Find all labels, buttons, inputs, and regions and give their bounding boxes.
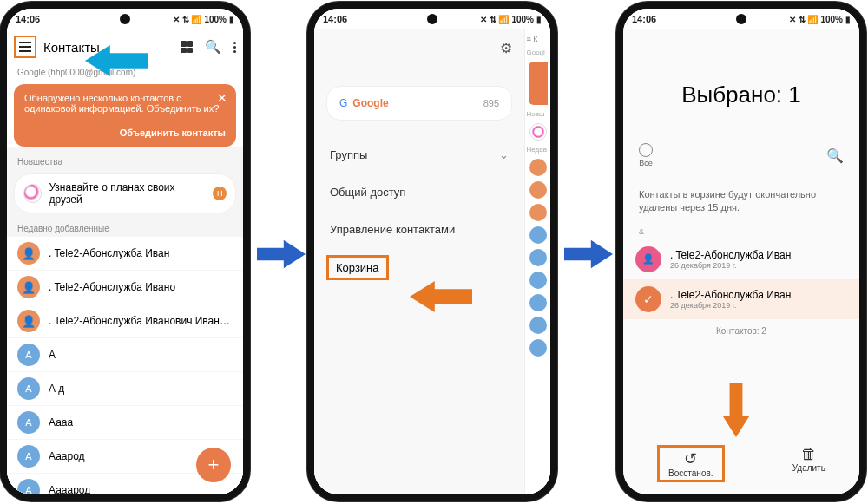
trash-info-text: Контакты в корзине будут окончательно уд… — [623, 173, 859, 227]
google-count: 895 — [483, 98, 499, 108]
nav-drawer: ⚙ G Google 895 Группы ⌄ Общий доступ Упр… — [314, 29, 524, 494]
status-time: 14:06 — [632, 14, 656, 24]
contact-name: А д — [49, 383, 64, 395]
contact-avatar: 👤 — [17, 310, 40, 332]
status-time: 14:06 — [16, 14, 40, 24]
contact-avatar: A — [17, 479, 40, 494]
contacts-screen: Контакты 🔍 Google (hhp0000@gmail.com) Об… — [7, 29, 243, 494]
contact-row[interactable]: 👤. Tele2-Абонслужба Ивано — [7, 271, 243, 304]
account-card[interactable]: G Google 895 — [326, 86, 512, 121]
google-logo-icon: G — [339, 97, 347, 109]
trash-row[interactable]: ✓. Tele2-Абонслужба Иван26 декабря 2019 … — [623, 279, 859, 319]
drawer-item-share[interactable]: Общий доступ — [314, 173, 524, 211]
contact-name: Ааарод — [49, 450, 85, 462]
contact-row[interactable]: AA — [7, 338, 243, 372]
close-icon[interactable]: ✕ — [217, 91, 227, 105]
tutorial-arrow-restore — [717, 383, 755, 437]
news-card[interactable]: Узнавайте о планах своих друзей Н — [14, 173, 236, 213]
nav-arrow-2-3 — [564, 236, 613, 272]
contact-avatar: A — [17, 445, 40, 468]
trash-contact-date: 26 декабря 2019 г. — [670, 301, 791, 310]
google-label: Google — [352, 97, 388, 109]
chevron-down-icon: ⌄ — [499, 148, 509, 161]
search-icon[interactable]: 🔍 — [826, 147, 844, 164]
select-all-label: Все — [639, 159, 653, 167]
section-news-label: Новшества — [7, 150, 243, 170]
select-all-radio[interactable] — [639, 143, 653, 157]
tutorial-arrow-trash — [410, 278, 472, 316]
nav-arrow-1-2 — [257, 236, 306, 272]
camera-notch — [120, 14, 130, 24]
status-icons: ✕ ⇅ 📶 100% ▮ — [789, 15, 851, 24]
trash-contact-name: . Tele2-Абонслужба Иван — [670, 249, 791, 261]
merge-action-button[interactable]: Объединить контакты — [24, 128, 226, 138]
svg-marker-3 — [564, 240, 613, 268]
trash-icon: 🗑 — [792, 445, 825, 463]
section-recent-label: Недавно добавленные — [7, 217, 243, 237]
peek-merge-card — [529, 62, 548, 105]
contact-avatar: 👤 — [17, 276, 40, 298]
tutorial-arrow-hamburger — [85, 42, 148, 80]
camera-notch — [736, 14, 746, 24]
news-badge: Н — [213, 187, 227, 200]
trash-contact-date: 26 декабря 2019 г. — [670, 261, 791, 270]
restore-icon: ↺ — [668, 449, 713, 468]
settings-icon[interactable]: ⚙ — [314, 36, 524, 60]
contact-count: Контактов: 2 — [623, 319, 859, 343]
contact-row[interactable]: 👤. Tele2-Абонслужба Иван — [7, 237, 243, 271]
trash-contact-name: . Tele2-Абонслужба Иван — [670, 289, 791, 301]
svg-marker-2 — [410, 281, 472, 312]
contact-avatar: 👤 — [635, 246, 661, 272]
contact-row[interactable]: 👤. Tele2-Абонслужба Иванович Иванов К… — [7, 304, 243, 338]
drawer-item-manage[interactable]: Управление контактами — [314, 211, 524, 248]
selection-title: Выбрано: 1 — [623, 29, 859, 143]
merge-text: Обнаружено несколько контактов с одинако… — [24, 93, 219, 114]
status-time: 14:06 — [323, 14, 347, 24]
contact-avatar: A — [17, 344, 40, 366]
qr-icon[interactable] — [181, 41, 193, 53]
phone-trash: 14:06 ✕ ⇅ 📶 100% ▮ Выбрано: 1 Все 🔍 Конт… — [616, 2, 866, 501]
contact-name: . Tele2-Абонслужба Ивано — [49, 281, 175, 293]
news-text: Узнавайте о планах своих друзей — [49, 181, 206, 206]
restore-button[interactable]: ↺ Восстанов. — [657, 445, 724, 482]
contact-name: . Tele2-Абонслужба Иванович Иванов К… — [49, 315, 233, 327]
contact-avatar: A — [17, 411, 40, 434]
svg-marker-1 — [257, 240, 306, 268]
drawer-screen: ≡ К Googl Новш Недав ⚙ — [314, 29, 550, 494]
more-icon[interactable] — [233, 42, 236, 53]
letter-separator: & — [623, 227, 859, 239]
status-icons: ✕ ⇅ 📶 100% ▮ — [480, 15, 542, 24]
contact-name: Аааа — [49, 416, 73, 429]
trash-list: 👤. Tele2-Абонслужба Иван26 декабря 2019 … — [623, 239, 859, 319]
background-peek: ≡ К Googl Новш Недав — [524, 29, 550, 494]
contact-row[interactable]: AАааа — [7, 406, 243, 440]
contact-avatar: A — [17, 377, 40, 400]
trash-row[interactable]: 👤. Tele2-Абонслужба Иван26 декабря 2019 … — [623, 239, 859, 279]
contact-name: Аааарод — [49, 484, 90, 494]
contact-name: . Tele2-Абонслужба Иван — [49, 247, 169, 259]
contact-row[interactable]: AА д — [7, 372, 243, 406]
svg-marker-4 — [723, 383, 750, 437]
phone-contacts: 14:06 ✕ ⇅ 📶 100% ▮ Контакты 🔍 Google (hh… — [0, 2, 250, 501]
add-contact-fab[interactable]: + — [196, 448, 231, 482]
bottom-action-bar: ↺ Восстанов. 🗑 Удалить — [623, 440, 859, 488]
contact-avatar: 👤 — [17, 242, 40, 265]
drawer-item-groups[interactable]: Группы ⌄ — [314, 136, 524, 173]
contact-name: A — [49, 349, 56, 361]
status-icons: ✕ ⇅ 📶 100% ▮ — [173, 15, 234, 24]
merge-suggestion-card[interactable]: Обнаружено несколько контактов с одинако… — [14, 84, 236, 147]
camera-notch — [427, 14, 437, 24]
search-icon[interactable]: 🔍 — [205, 39, 221, 55]
delete-button[interactable]: 🗑 Удалить — [792, 445, 825, 482]
hamburger-button[interactable] — [14, 36, 36, 58]
svg-marker-0 — [85, 45, 148, 76]
trash-screen: Выбрано: 1 Все 🔍 Контакты в корзине буду… — [623, 29, 859, 494]
phone-drawer: 14:06 ✕ ⇅ 📶 100% ▮ ≡ К Googl Новш Недав — [307, 2, 557, 501]
news-avatar-icon — [23, 184, 42, 203]
drawer-item-trash[interactable]: Корзина — [326, 255, 389, 280]
checkmark-icon: ✓ — [635, 286, 661, 312]
